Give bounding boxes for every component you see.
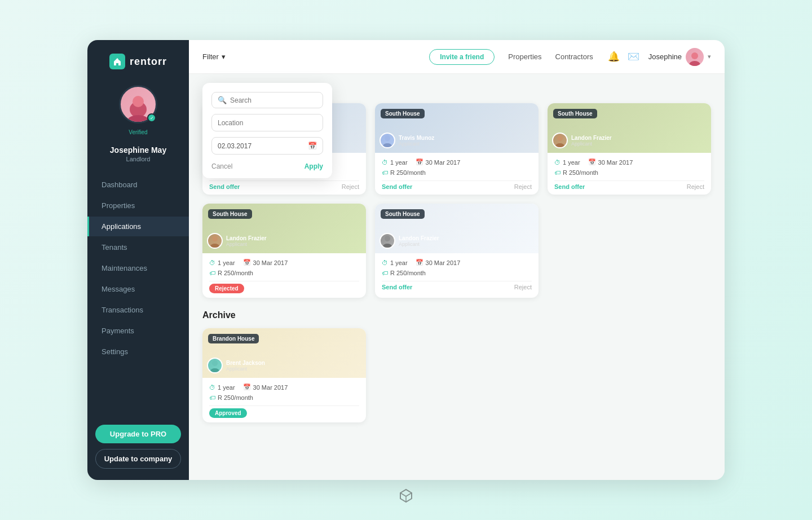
app-card-landon-2: South House Landon Frazier Applicant [202,204,366,298]
sidebar-nav: Dashboard Properties Applications Tenant… [87,175,189,419]
bottom-logo [398,488,414,509]
archive-price-icon-1: 🏷 [209,394,215,401]
archive-person-avatar-1 [207,358,223,373]
reject-btn-2[interactable]: Reject [514,183,532,190]
archive-calendar-icon-1: 📅 [243,384,251,391]
sidebar-item-maintenances[interactable]: Maintenances [87,258,189,278]
calendar-icon-2: 📅 [416,158,423,166]
sidebar-item-dashboard[interactable]: Dashboard [87,175,189,195]
user-name: Josephine May [110,146,166,155]
archive-person-role-1: Applicant [226,366,265,372]
verified-icon: ✓ [147,113,156,122]
invite-friend-button[interactable]: Invite a friend [429,49,495,65]
reject-btn-1[interactable]: Reject [342,183,359,190]
sidebar-item-applications[interactable]: Applications [87,217,189,236]
card-actions-1: Send offer Reject [209,180,359,190]
svg-point-10 [557,135,563,141]
svg-point-11 [555,143,564,147]
archive-card-body-1: ⏱ 1 year 📅 30 Mar 2017 🏷 R 250/month [202,378,366,422]
sidebar-item-tenants[interactable]: Tenants [87,237,189,257]
archive-house-label-1: Brandon House [208,334,259,343]
reject-btn-3[interactable]: Reject [687,183,704,190]
calendar-icon-4: 📅 [243,259,251,266]
mail-icon[interactable]: ✉️ [628,51,639,63]
svg-point-5 [689,61,700,66]
price-3: 🏷 R 250/month [554,169,704,176]
user-role: Landlord [126,156,151,162]
svg-point-17 [210,368,219,372]
sidebar-item-properties[interactable]: Properties [87,196,189,215]
person-info-4: Landon Frazier Applicant [226,235,267,247]
card-person-5: Landon Frazier Applicant [379,233,439,249]
search-icon: 🔍 [218,96,227,104]
card-image-2: South House Travis Munoz Applicant [375,103,539,153]
duration-3: ⏱ 1 year [554,158,580,166]
person-info-3: Landon Frazier Applicant [571,135,612,147]
update-company-button[interactable]: Update to company [95,449,181,469]
date-3: 📅 30 Mar 2017 [588,158,633,166]
price-5: 🏷 R 250/month [382,270,532,276]
price-icon-3: 🏷 [554,169,561,176]
filter-apply-button[interactable]: Apply [304,162,323,170]
reject-btn-5[interactable]: Reject [514,284,532,290]
archive-card-image-1: Brandon House Brent Jackson Applicant [202,328,366,378]
send-offer-btn-2[interactable]: Send offer [382,183,412,190]
logo-icon [109,54,125,69]
person-role-4: Applicant [226,241,267,247]
app-card-landon-1: South House Landon Frazier Applicant [548,103,711,195]
archive-card-meta-1: ⏱ 1 year 📅 30 Mar 2017 [209,384,359,391]
svg-point-9 [383,143,392,147]
notification-icon[interactable]: 🔔 [608,51,620,63]
card-body-5: ⏱ 1 year 📅 30 Mar 2017 🏷 R 250/month [375,253,539,295]
send-offer-btn-5[interactable]: Send offer [382,284,412,290]
filter-search-row: 🔍 [211,92,323,108]
filter-cancel-button[interactable]: Cancel [211,162,232,170]
send-offer-btn-1[interactable]: Send offer [209,183,240,190]
archive-grid: Brandon House Brent Jackson Applicant [202,328,711,422]
archive-price-1: 🏷 R 250/month [209,394,359,401]
app-card-travis: South House Travis Munoz Applicant [375,103,539,195]
sidebar-item-transactions[interactable]: Transactions [87,300,189,320]
svg-point-3 [127,115,149,122]
header-avatar [686,48,704,66]
person-info-2: Travis Munoz Applicant [399,135,434,147]
header-nav-properties[interactable]: Properties [508,52,541,61]
duration-icon-3: ⏱ [554,159,561,166]
svg-point-15 [383,244,392,248]
card-person-2: Travis Munoz Applicant [379,133,434,148]
person-role-3: Applicant [571,141,612,147]
card-person-4: Landon Frazier Applicant [207,233,267,249]
filter-date-input[interactable] [218,142,307,150]
upgrade-pro-button[interactable]: Upgrade to PRO [95,425,181,443]
archive-duration-1: ⏱ 1 year [209,384,235,391]
person-role-2: Applicant [399,141,434,147]
sidebar-item-settings[interactable]: Settings [87,342,189,362]
card-person-3: Landon Frazier Applicant [552,133,612,148]
header-icons: 🔔 ✉️ [608,51,639,63]
duration-icon-2: ⏱ [382,159,388,166]
sidebar-item-messages[interactable]: Messages [87,279,189,299]
card-actions-5: Send offer Reject [382,281,532,290]
duration-5: ⏱ 1 year [382,259,408,266]
house-label-5: South House [381,209,425,219]
header: Filter ▾ 🔍 📅 Cancel [189,40,725,74]
date-2: 📅 30 Mar 2017 [416,158,461,166]
filter-actions: Cancel Apply [211,162,323,170]
filter-button[interactable]: Filter ▾ 🔍 📅 Cancel [202,52,226,61]
price-2: 🏷 R 250/month [382,169,532,176]
date-5: 📅 30 Mar 2017 [416,259,461,266]
card-image-5: South House Landon Frazier Applicant [375,204,539,253]
sidebar-item-payments[interactable]: Payments [87,321,189,341]
svg-point-12 [212,236,218,241]
send-offer-btn-3[interactable]: Send offer [554,183,585,190]
header-user[interactable]: Josephine ▾ [648,48,711,66]
person-avatar-4 [207,233,223,249]
person-name-4: Landon Frazier [226,235,267,241]
person-name-2: Travis Munoz [399,135,434,141]
header-nav-contractors[interactable]: Contractors [555,52,593,61]
filter-search-input[interactable] [230,96,317,104]
person-avatar-3 [552,133,568,148]
date-4: 📅 30 Mar 2017 [243,259,288,266]
sidebar: rentorr ✓ Verified Josephine May Landlor… [87,40,189,480]
filter-location-input[interactable] [218,119,317,127]
